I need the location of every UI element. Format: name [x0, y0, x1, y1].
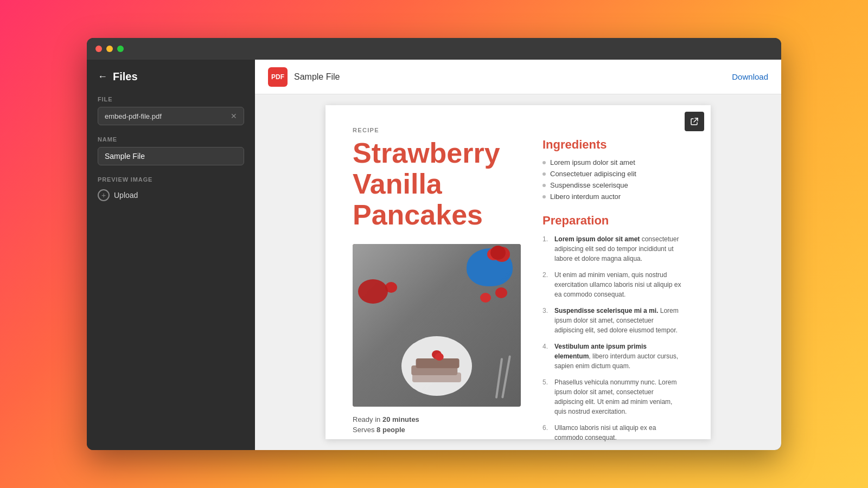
recipe-label: RECIPE — [353, 127, 684, 133]
prep-item: 3. Suspendisse scelerisque mi a mi. Lore… — [542, 306, 684, 335]
file-header-left: PDF Sample File — [268, 67, 340, 87]
prep-item: 6. Ullamco laboris nisi ut aliquip ex ea… — [542, 423, 684, 442]
sidebar: ← Files FILE embed-pdf-file.pdf ✕ NAME P… — [87, 60, 255, 450]
close-button[interactable] — [95, 46, 102, 52]
file-chip: embed-pdf-file.pdf ✕ — [98, 107, 244, 125]
file-label: FILE — [98, 96, 244, 102]
download-link[interactable]: Download — [732, 72, 768, 81]
recipe-image — [353, 244, 521, 407]
upload-button[interactable]: + Upload — [98, 187, 138, 203]
ingredient-item: Libero interdum auctor — [542, 192, 684, 201]
file-header: PDF Sample File Download — [255, 60, 781, 94]
file-field-group: FILE embed-pdf-file.pdf ✕ — [98, 96, 244, 125]
right-panel: PDF Sample File Download — [255, 60, 781, 450]
external-link-button[interactable] — [685, 112, 704, 131]
pdf-icon: PDF — [268, 67, 288, 87]
bullet-icon — [542, 172, 546, 176]
upload-label: Upload — [114, 191, 138, 200]
app-window: ← Files FILE embed-pdf-file.pdf ✕ NAME P… — [87, 38, 781, 450]
file-chip-name: embed-pdf-file.pdf — [105, 112, 162, 120]
prep-item: 1. Lorem ipsum dolor sit amet consectetu… — [542, 234, 684, 264]
prep-item: 4. Vestibulum ante ipsum primis elementu… — [542, 342, 684, 371]
pdf-right: Ingredients Lorem ipsum dolor sit amet C… — [542, 138, 684, 449]
ingredients-title: Ingredients — [542, 138, 684, 152]
pdf-viewer-area[interactable]: RECIPE Strawberry Vanilla Pancakes — [255, 94, 781, 450]
ingredient-item: Consectetuer adipiscing elit — [542, 170, 684, 178]
name-input[interactable] — [98, 147, 244, 165]
name-label: NAME — [98, 136, 244, 143]
pdf-two-col: Strawberry Vanilla Pancakes — [353, 138, 684, 449]
bullet-icon — [542, 161, 546, 164]
minimize-button[interactable] — [106, 46, 113, 52]
file-name-header: Sample File — [294, 72, 340, 82]
traffic-lights — [95, 46, 124, 52]
name-field-group: NAME — [98, 136, 244, 165]
titlebar — [87, 38, 781, 60]
preview-field-group: PREVIEW IMAGE + Upload — [98, 176, 244, 203]
prep-list: 1. Lorem ipsum dolor sit amet consectetu… — [542, 234, 684, 442]
upload-icon: + — [98, 189, 110, 201]
bullet-icon — [542, 184, 546, 187]
pdf-left: Strawberry Vanilla Pancakes — [353, 138, 521, 449]
main-content: ← Files FILE embed-pdf-file.pdf ✕ NAME P… — [87, 60, 781, 450]
ingredient-item: Suspendisse scelerisque — [542, 181, 684, 189]
bullet-icon — [542, 195, 546, 198]
ingredient-item: Lorem ipsum dolor sit amet — [542, 158, 684, 166]
file-chip-close[interactable]: ✕ — [231, 112, 237, 120]
prep-item: 5. Phasellus vehicula nonummy nunc. Lore… — [542, 377, 684, 416]
preparation-title: Preparation — [542, 214, 684, 228]
ingredient-list: Lorem ipsum dolor sit amet Consectetuer … — [542, 158, 684, 201]
sidebar-header: ← Files — [98, 70, 244, 83]
back-button[interactable]: ← — [98, 71, 107, 82]
pdf-page: RECIPE Strawberry Vanilla Pancakes — [326, 105, 711, 439]
prep-item: 2. Ut enim ad minim veniam, quis nostrud… — [542, 270, 684, 299]
maximize-button[interactable] — [117, 46, 124, 52]
serves-line: Serves 8 people — [353, 426, 521, 434]
ready-line: Ready in 20 minutes — [353, 415, 521, 423]
recipe-title: Strawberry Vanilla Pancakes — [353, 138, 521, 231]
preview-label: PREVIEW IMAGE — [98, 176, 244, 183]
sidebar-title: Files — [113, 70, 138, 83]
